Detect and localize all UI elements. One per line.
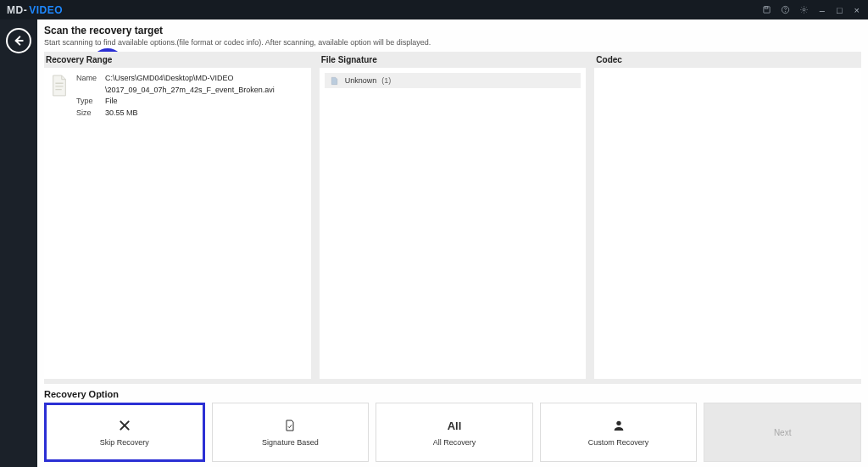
column-file-signature: File Signature Unknown (1) <box>320 55 587 379</box>
recovery-option-title: Recovery Option <box>44 384 861 403</box>
svg-rect-1 <box>765 7 768 8</box>
option-label: Skip Recovery <box>100 438 149 447</box>
next-button: Next <box>704 403 861 462</box>
minimize-button[interactable]: – <box>818 5 826 15</box>
option-custom-recovery[interactable]: Custom Recovery <box>540 403 698 462</box>
column-recovery-range: Recovery Range NameC:\Users\GMD04\Deskto… <box>44 55 311 379</box>
recovery-range-body: NameC:\Users\GMD04\Desktop\MD-VIDEO\2017… <box>44 68 311 379</box>
option-signature-based[interactable]: Signature Based <box>212 403 370 462</box>
meta-type-val: File <box>105 96 118 108</box>
logo-video: VIDEO <box>29 4 63 16</box>
meta-size-key: Size <box>76 108 100 120</box>
signature-count: (1) <box>381 76 391 85</box>
file-icon <box>49 73 70 98</box>
meta-name-val-2: \2017_09_04_07h_27m_42s_F_event_Broken.a… <box>105 86 275 94</box>
option-label: All Recovery <box>433 438 476 447</box>
option-all-recovery[interactable]: All All Recovery <box>376 403 533 462</box>
titlebar: MD-VIDEO – □ × <box>0 0 868 19</box>
meta-size-val: 30.55 MB <box>105 108 138 120</box>
codec-body <box>594 68 861 379</box>
app-logo: MD-VIDEO <box>7 4 63 16</box>
person-icon <box>612 418 626 433</box>
titlebar-actions: – □ × <box>762 5 861 15</box>
main-content: 4 Scan the recovery target Start scannin… <box>37 19 868 467</box>
svg-point-5 <box>616 421 620 425</box>
option-label: Custom Recovery <box>588 438 649 447</box>
signature-item[interactable]: Unknown (1) <box>325 73 581 88</box>
logo-md: MD- <box>7 4 27 16</box>
meta-name-key: Name <box>76 73 100 96</box>
file-signature-body: Unknown (1) <box>320 68 587 379</box>
page-subtitle: Start scanning to find available options… <box>44 38 861 47</box>
option-label: Next <box>774 428 792 437</box>
signature-label: Unknown <box>345 76 377 85</box>
back-button[interactable] <box>6 28 31 53</box>
help-icon[interactable] <box>781 5 791 15</box>
recovery-option-section: Recovery Option Skip Recovery Signature … <box>44 384 861 462</box>
svg-point-4 <box>803 8 805 11</box>
column-title: Codec <box>594 55 861 68</box>
column-codec: Codec <box>594 55 861 379</box>
file-meta: NameC:\Users\GMD04\Desktop\MD-VIDEO\2017… <box>76 73 275 119</box>
all-icon: All <box>448 418 462 433</box>
page-title: Scan the recovery target <box>44 25 861 36</box>
column-title: Recovery Range <box>44 55 311 68</box>
gear-icon[interactable] <box>799 5 810 15</box>
save-icon[interactable] <box>762 5 772 15</box>
option-skip-recovery[interactable]: Skip Recovery <box>44 403 205 462</box>
close-x-icon <box>118 418 131 433</box>
recovery-options-row: Skip Recovery Signature Based All All Re… <box>44 403 861 462</box>
maximize-button[interactable]: □ <box>835 5 844 15</box>
document-icon <box>330 75 340 86</box>
signature-icon <box>283 418 297 433</box>
option-label: Signature Based <box>262 438 319 447</box>
meta-name-val-1: C:\Users\GMD04\Desktop\MD-VIDEO <box>105 74 234 82</box>
meta-type-key: Type <box>76 96 100 108</box>
column-title: File Signature <box>320 55 587 68</box>
close-button[interactable]: × <box>853 5 861 15</box>
sidebar <box>0 19 37 467</box>
